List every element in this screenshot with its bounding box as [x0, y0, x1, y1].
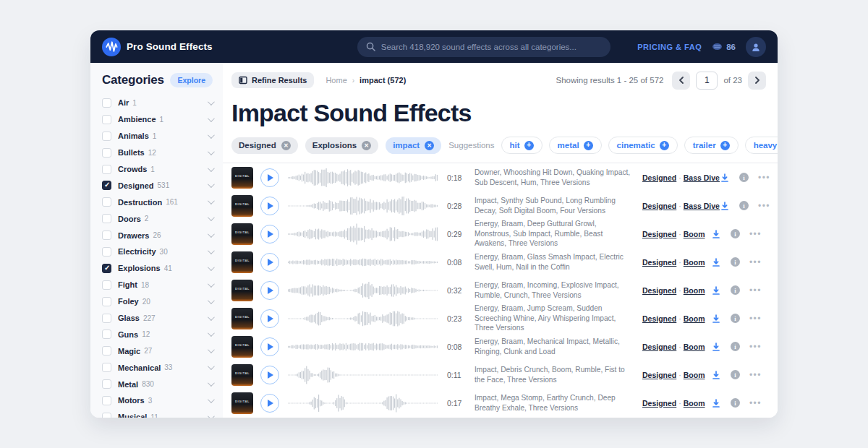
- chevron-down-icon[interactable]: [208, 148, 215, 155]
- chevron-down-icon[interactable]: [208, 396, 215, 403]
- category-checkbox[interactable]: [102, 181, 111, 190]
- refine-results-button[interactable]: Refine Results: [231, 72, 314, 88]
- category-link[interactable]: Designed: [642, 286, 676, 295]
- category-checkbox[interactable]: [102, 363, 111, 372]
- album-art-thumbnail[interactable]: [231, 308, 253, 329]
- category-checkbox[interactable]: [102, 98, 111, 108]
- download-button[interactable]: [711, 314, 721, 324]
- download-button[interactable]: [711, 370, 721, 380]
- page-number-input[interactable]: [696, 72, 718, 90]
- info-button[interactable]: i: [731, 342, 740, 351]
- add-suggestion-icon[interactable]: +: [660, 141, 669, 150]
- category-checkbox[interactable]: [102, 214, 111, 223]
- category-item-fight[interactable]: Fight18: [102, 277, 213, 293]
- category-checkbox[interactable]: [102, 396, 111, 405]
- category-checkbox[interactable]: [102, 379, 111, 389]
- chevron-down-icon[interactable]: [208, 330, 215, 337]
- category-link[interactable]: Designed: [642, 230, 676, 238]
- filter-chip-designed[interactable]: Designed✕: [231, 137, 298, 154]
- add-suggestion-icon[interactable]: +: [524, 141, 534, 150]
- suggestion-pill-metal[interactable]: metal+: [549, 137, 602, 154]
- album-art-thumbnail[interactable]: [231, 251, 253, 273]
- suggestion-pill-hit[interactable]: hit+: [501, 137, 542, 154]
- chevron-down-icon[interactable]: [208, 165, 215, 172]
- waveform[interactable]: [286, 195, 438, 217]
- chevron-down-icon[interactable]: [208, 132, 215, 139]
- subcategory-link[interactable]: Boom: [684, 286, 705, 295]
- remove-filter-icon[interactable]: ✕: [281, 141, 291, 150]
- category-link[interactable]: Designed: [642, 371, 676, 379]
- category-checkbox[interactable]: [102, 413, 111, 418]
- category-checkbox[interactable]: [102, 314, 111, 323]
- category-checkbox[interactable]: [102, 247, 111, 257]
- filter-chip-impact[interactable]: impact✕: [386, 137, 441, 154]
- album-art-thumbnail[interactable]: [231, 364, 253, 386]
- album-art-thumbnail[interactable]: [231, 392, 253, 414]
- category-checkbox[interactable]: [102, 231, 111, 240]
- category-checkbox[interactable]: [102, 329, 111, 339]
- chevron-down-icon[interactable]: [208, 98, 215, 105]
- chevron-down-icon[interactable]: [208, 264, 215, 271]
- chevron-down-icon[interactable]: [208, 314, 215, 321]
- play-button[interactable]: [260, 168, 279, 187]
- chevron-down-icon[interactable]: [208, 413, 215, 418]
- waveform[interactable]: [286, 223, 438, 245]
- search-input[interactable]: [381, 43, 602, 51]
- category-link[interactable]: Designed: [642, 343, 676, 351]
- play-button[interactable]: [260, 253, 279, 272]
- album-art-thumbnail[interactable]: [231, 223, 253, 245]
- suggestion-pill-heavy[interactable]: heavy+: [745, 137, 778, 154]
- category-item-metal[interactable]: Metal830: [102, 376, 213, 392]
- category-item-doors[interactable]: Doors2: [102, 210, 213, 227]
- add-suggestion-icon[interactable]: +: [584, 141, 593, 150]
- category-link[interactable]: Designed: [642, 314, 676, 323]
- category-item-animals[interactable]: Animals1: [102, 128, 213, 145]
- credits-indicator[interactable]: 86: [712, 43, 736, 51]
- album-art-thumbnail[interactable]: [231, 195, 253, 217]
- suggestion-pill-cinematic[interactable]: cinematic+: [608, 137, 678, 154]
- info-button[interactable]: i: [739, 201, 749, 210]
- add-suggestion-icon[interactable]: +: [720, 141, 730, 150]
- category-item-crowds[interactable]: Crowds1: [102, 161, 213, 178]
- category-checkbox[interactable]: [102, 297, 111, 306]
- info-button[interactable]: i: [731, 370, 740, 379]
- category-checkbox[interactable]: [102, 115, 111, 124]
- subcategory-link[interactable]: Boom: [684, 230, 705, 238]
- subcategory-link[interactable]: Boom: [684, 399, 705, 408]
- download-button[interactable]: [711, 285, 721, 296]
- category-item-musical[interactable]: Musical11: [102, 409, 213, 418]
- pricing-faq-link[interactable]: PRICING & FAQ: [637, 43, 702, 51]
- category-item-air[interactable]: Air1: [102, 95, 213, 111]
- category-link[interactable]: Designed: [642, 173, 676, 182]
- category-item-ambience[interactable]: Ambience1: [102, 111, 213, 128]
- info-button[interactable]: i: [731, 285, 740, 295]
- chevron-down-icon[interactable]: [208, 363, 215, 370]
- chevron-down-icon[interactable]: [208, 214, 215, 221]
- category-item-drawers[interactable]: Drawers26: [102, 227, 213, 244]
- play-button[interactable]: [260, 225, 279, 244]
- download-button[interactable]: [720, 173, 730, 183]
- play-button[interactable]: [260, 337, 279, 356]
- info-button[interactable]: i: [731, 314, 740, 323]
- subcategory-link[interactable]: Bass Dive: [684, 173, 720, 182]
- chevron-down-icon[interactable]: [208, 115, 215, 122]
- info-button[interactable]: i: [731, 398, 740, 408]
- category-item-magic[interactable]: Magic27: [102, 343, 213, 359]
- waveform[interactable]: [286, 251, 438, 273]
- global-search[interactable]: [357, 37, 610, 57]
- download-button[interactable]: [711, 342, 721, 352]
- chevron-down-icon[interactable]: [208, 197, 215, 204]
- category-checkbox[interactable]: [102, 264, 111, 273]
- category-checkbox[interactable]: [102, 197, 111, 207]
- category-item-motors[interactable]: Motors3: [102, 392, 213, 409]
- remove-filter-icon[interactable]: ✕: [425, 141, 434, 150]
- category-link[interactable]: Designed: [642, 399, 676, 408]
- chevron-down-icon[interactable]: [208, 280, 215, 288]
- category-item-electricity[interactable]: Electricity30: [102, 244, 213, 260]
- album-art-thumbnail[interactable]: [231, 167, 253, 189]
- play-button[interactable]: [260, 394, 279, 413]
- waveform[interactable]: [286, 336, 438, 358]
- waveform[interactable]: [286, 280, 438, 301]
- category-item-glass[interactable]: Glass227: [102, 310, 213, 327]
- subcategory-link[interactable]: Boom: [684, 314, 705, 323]
